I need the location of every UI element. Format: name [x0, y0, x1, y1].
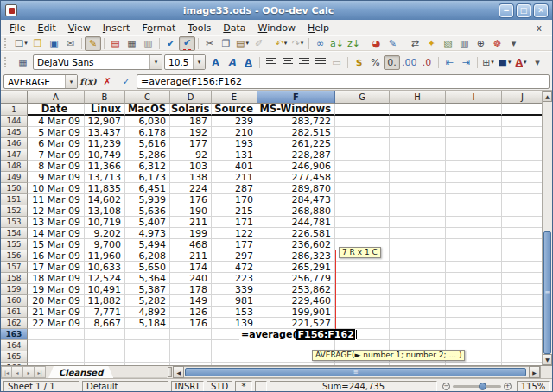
cell[interactable]: Date — [28, 104, 85, 116]
cell[interactable]: 282,515 — [257, 127, 335, 138]
close-button[interactable]: ✕ — [534, 4, 548, 17]
navigator-button[interactable]: ✦ — [423, 36, 440, 51]
cell[interactable] — [502, 116, 543, 127]
cell[interactable]: 4 Mar 09 — [28, 116, 85, 127]
cell[interactable] — [212, 351, 257, 363]
cell[interactable]: 176 — [170, 194, 212, 205]
cell[interactable]: 7 Mar 09 — [28, 149, 85, 161]
cell[interactable]: 177 — [170, 138, 212, 149]
function-wizard-button[interactable]: f(x) — [79, 74, 97, 89]
cell[interactable] — [390, 273, 446, 284]
cell[interactable]: 6 Mar 09 — [28, 138, 85, 149]
cell[interactable]: MS-Windows — [257, 104, 335, 116]
column-header-b[interactable]: B — [85, 91, 125, 104]
spelling-button[interactable]: ✔ — [162, 36, 179, 51]
font-name-combobox[interactable]: DejaVu Sans ▾ — [33, 54, 162, 70]
row-header-150[interactable]: 150 — [1, 183, 28, 194]
page-preview-button[interactable]: ▥ — [140, 36, 156, 51]
dropdown-arrow-icon[interactable]: ▾ — [245, 40, 249, 47]
row-header-151[interactable]: 151 — [1, 194, 28, 205]
cell[interactable]: 210 — [212, 127, 257, 138]
new-document-button[interactable]: ❏▾ — [13, 36, 29, 51]
decrease-indent-button[interactable]: ⇤ — [442, 55, 458, 70]
cell[interactable]: 126 — [170, 307, 212, 318]
cell[interactable]: 10,719 — [85, 217, 125, 228]
cell[interactable] — [390, 239, 446, 250]
row-header-159[interactable]: 159 — [1, 284, 28, 295]
cell[interactable] — [446, 172, 502, 183]
cell[interactable]: 228,287 — [257, 149, 335, 161]
gallery-button[interactable]: ▧ — [440, 36, 456, 51]
cell[interactable]: 268,880 — [257, 205, 335, 217]
accept-button[interactable]: ✓ — [118, 74, 135, 89]
cell[interactable]: 6,030 — [125, 116, 170, 127]
cell[interactable]: 211 — [170, 250, 212, 262]
cell[interactable]: 5,282 — [125, 295, 170, 307]
hyperlink-button[interactable]: ∞ — [312, 36, 328, 51]
cell[interactable] — [335, 116, 390, 127]
cell[interactable] — [446, 307, 502, 318]
cell[interactable]: 6,451 — [125, 183, 170, 194]
cell[interactable] — [390, 228, 446, 239]
font-size-combobox[interactable]: 10.5 ▾ — [164, 54, 206, 70]
titlebar[interactable]: image33.ods - OOo-dev Calc − □ ✕ — [1, 1, 552, 20]
cell-edit-overlay[interactable]: =average(F156:F162 — [239, 329, 357, 340]
insert-chart-button[interactable]: ◕ — [368, 36, 385, 51]
cell[interactable]: 149 — [170, 295, 212, 307]
menu-insert[interactable]: Insert — [97, 22, 137, 35]
underline-button[interactable]: A — [240, 55, 257, 70]
row-header-149[interactable]: 149 — [1, 172, 28, 183]
minimize-button[interactable]: − — [499, 4, 513, 17]
cell[interactable] — [390, 104, 446, 116]
cell[interactable] — [335, 194, 390, 205]
scroll-down-icon[interactable]: ▼ — [543, 354, 552, 365]
cell[interactable]: 8 Mar 09 — [28, 161, 85, 172]
cell[interactable]: 22 Mar 09 — [28, 318, 85, 329]
cancel-button[interactable]: ✗ — [99, 74, 116, 89]
export-as-pdf-button[interactable]: ▤ — [107, 36, 124, 51]
row-header-162[interactable]: 162 — [1, 318, 28, 329]
cell[interactable]: 236,602 — [257, 239, 335, 250]
cell[interactable] — [390, 183, 446, 194]
cell[interactable]: 192 — [170, 127, 212, 138]
menu-format[interactable]: Format — [136, 22, 181, 35]
cell[interactable]: 253,862 — [257, 284, 335, 295]
cell[interactable] — [257, 363, 335, 365]
scroll-up-icon[interactable]: ▲ — [543, 91, 552, 102]
cell[interactable] — [390, 127, 446, 138]
cell[interactable] — [502, 194, 543, 205]
cell[interactable] — [446, 138, 502, 149]
cell[interactable] — [390, 116, 446, 127]
cell[interactable] — [446, 228, 502, 239]
first-sheet-button[interactable]: |◂ — [1, 366, 12, 378]
sheet-info-field[interactable]: Sheet 1 / 1 — [3, 381, 79, 392]
cell[interactable] — [502, 273, 543, 284]
cell[interactable] — [212, 340, 257, 351]
cell[interactable] — [390, 295, 446, 307]
cell[interactable]: 5,407 — [125, 217, 170, 228]
vertical-scrollbar[interactable]: ▲ ≡ ▼ — [542, 91, 552, 365]
scroll-right-icon[interactable]: ▶ — [529, 366, 540, 378]
menu-view[interactable]: View — [62, 22, 97, 35]
dropdown-arrow-icon[interactable]: ▾ — [24, 40, 28, 47]
cell[interactable]: 11,882 — [85, 295, 125, 307]
save-button[interactable]: ▣ — [46, 36, 62, 51]
row-header-158[interactable]: 158 — [1, 273, 28, 284]
zoom-level-field[interactable]: 115% — [517, 381, 550, 392]
cell[interactable] — [170, 363, 212, 365]
selection-mode-field[interactable]: STD — [207, 381, 232, 392]
cell[interactable] — [28, 340, 85, 351]
cell[interactable] — [335, 161, 390, 172]
number-format-currency-button[interactable]: $ — [351, 55, 367, 70]
document-as-email-button[interactable]: ✉ — [62, 36, 79, 51]
number-format-percent-button[interactable]: % — [367, 55, 384, 70]
cell[interactable]: 10,491 — [85, 284, 125, 295]
cell[interactable] — [446, 250, 502, 262]
cell[interactable] — [390, 307, 446, 318]
row-header-156[interactable]: 156 — [1, 250, 28, 262]
cell[interactable]: 229,460 — [257, 295, 335, 307]
insert-mode-field[interactable]: INSRT — [171, 381, 204, 392]
menu-help[interactable]: Help — [302, 22, 335, 35]
cell[interactable]: 139 — [212, 318, 257, 329]
cell[interactable] — [335, 284, 390, 295]
